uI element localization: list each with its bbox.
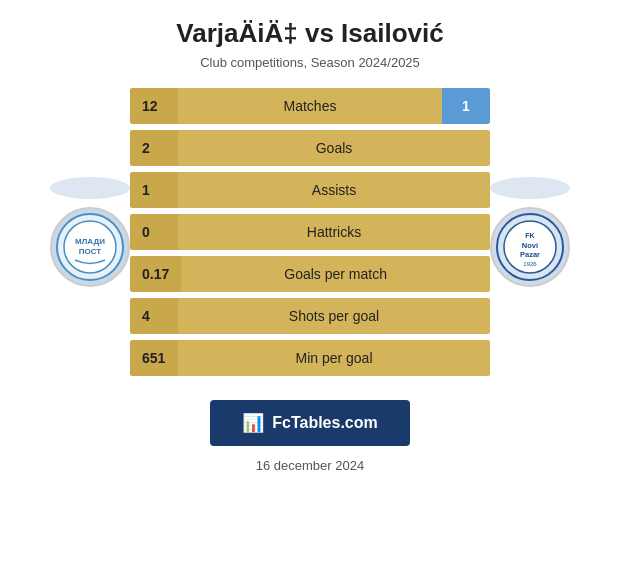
svg-text:Pazar: Pazar xyxy=(520,250,540,259)
goals-label: Goals xyxy=(178,130,490,166)
min-per-goal-label: Min per goal xyxy=(178,340,490,376)
svg-text:Novi: Novi xyxy=(522,241,538,250)
stat-row-matches: 12 Matches 1 xyxy=(130,88,490,124)
matches-left-value: 12 xyxy=(130,88,178,124)
shots-per-goal-left-value: 4 xyxy=(130,298,178,334)
stat-row-min-per-goal: 651 Min per goal xyxy=(130,340,490,376)
header: VarjaÄiÄ‡ vs Isailović Club competitions… xyxy=(156,0,463,78)
date-footer: 16 december 2024 xyxy=(256,458,364,473)
main-content: МЛАДИ ПОСТ 12 Matches 1 2 Goals 1 Assist… xyxy=(0,78,620,386)
hattricks-left-value: 0 xyxy=(130,214,178,250)
left-club-logo: МЛАДИ ПОСТ xyxy=(50,207,130,287)
stat-row-goals-per-match: 0.17 Goals per match xyxy=(130,256,490,292)
min-per-goal-left-value: 651 xyxy=(130,340,178,376)
svg-text:ПОСТ: ПОСТ xyxy=(79,247,102,256)
right-club-logo: FK Novi Pazar 1926 xyxy=(490,207,570,287)
chart-icon: 📊 xyxy=(242,412,264,434)
shots-per-goal-label: Shots per goal xyxy=(178,298,490,334)
stat-row-goals: 2 Goals xyxy=(130,130,490,166)
matches-label: Matches xyxy=(178,88,442,124)
svg-text:FK: FK xyxy=(525,232,534,239)
fctables-label: FcTables.com xyxy=(272,414,378,432)
left-ellipse-decoration xyxy=(50,177,130,199)
right-club-area: FK Novi Pazar 1926 xyxy=(490,177,585,287)
match-subtitle: Club competitions, Season 2024/2025 xyxy=(176,55,443,70)
matches-right-value: 1 xyxy=(442,88,490,124)
stat-row-assists: 1 Assists xyxy=(130,172,490,208)
stat-row-shots-per-goal: 4 Shots per goal xyxy=(130,298,490,334)
stats-container: 12 Matches 1 2 Goals 1 Assists 0 Hattric… xyxy=(130,88,490,376)
assists-label: Assists xyxy=(178,172,490,208)
stat-row-hattricks: 0 Hattricks xyxy=(130,214,490,250)
match-title: VarjaÄiÄ‡ vs Isailović xyxy=(176,18,443,49)
fctables-banner[interactable]: 📊 FcTables.com xyxy=(210,400,410,446)
goals-left-value: 2 xyxy=(130,130,178,166)
goals-per-match-label: Goals per match xyxy=(181,256,490,292)
assists-left-value: 1 xyxy=(130,172,178,208)
svg-text:1926: 1926 xyxy=(523,261,537,267)
right-ellipse-decoration xyxy=(490,177,570,199)
hattricks-label: Hattricks xyxy=(178,214,490,250)
left-club-area: МЛАДИ ПОСТ xyxy=(35,177,130,287)
svg-text:МЛАДИ: МЛАДИ xyxy=(75,237,105,246)
goals-per-match-left-value: 0.17 xyxy=(130,256,181,292)
